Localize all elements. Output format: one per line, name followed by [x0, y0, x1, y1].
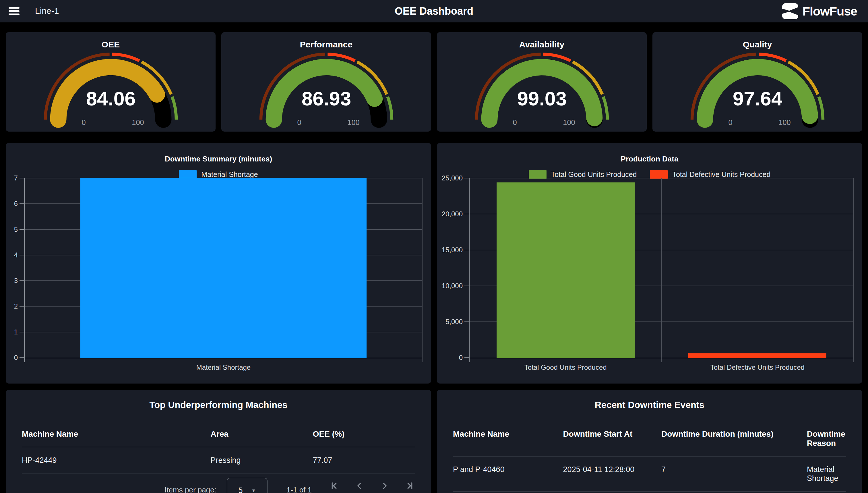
bar-total-good-units-produced	[497, 183, 635, 358]
y-tick	[20, 306, 24, 306]
y-tick-label: 2	[14, 302, 18, 310]
table-cell: HP-42449	[22, 456, 211, 465]
items-per-page-value: 5	[238, 486, 243, 493]
availability-gauge: 99.030100	[464, 40, 619, 130]
table-row: HP-42449Pressing77.07	[22, 456, 415, 465]
y-tick	[20, 332, 24, 333]
next-page-icon[interactable]	[380, 481, 390, 491]
y-tick-label: 5,000	[446, 318, 463, 326]
table-cell: Pressing	[211, 456, 313, 465]
gauge-card-availability: Availability99.030100	[437, 32, 647, 132]
gauge-zone-arc	[172, 97, 176, 120]
chart-row: Downtime Summary (minutes)Material Short…	[6, 143, 862, 384]
bar-total-defective-units-produced	[688, 353, 826, 358]
y-axis-line	[24, 178, 25, 362]
page-title: OEE Dashboard	[395, 5, 473, 17]
gauge-zone-arc	[819, 97, 823, 120]
gauge-min-label: 0	[728, 119, 732, 126]
quality-gauge: 97.640100	[680, 40, 835, 130]
chart-card-downtime-summary-minutes-: Downtime Summary (minutes)Material Short…	[6, 143, 431, 384]
x-category-label: Material Shortage	[196, 363, 251, 371]
gauge-max-label: 100	[778, 119, 791, 126]
brand-name: FlowFuse	[803, 4, 857, 18]
legend-label: Total Defective Units Produced	[672, 170, 770, 179]
app-header: Line-1 OEE Dashboard FlowFuse	[0, 0, 868, 22]
y-tick	[464, 285, 469, 286]
x-category-label: Total Defective Units Produced	[710, 363, 804, 371]
gauge-max-label: 100	[563, 119, 575, 126]
column-header: Downtime Duration (minutes)	[661, 429, 807, 448]
last-page-icon[interactable]	[405, 481, 415, 491]
y-tick-label: 0	[14, 353, 18, 362]
gauge-card-quality: Quality97.640100	[653, 32, 862, 132]
gauge-min-label: 0	[82, 119, 86, 126]
y-tick	[464, 178, 469, 178]
pagination-range: 1-1 of 1	[287, 486, 312, 493]
column-header: Downtime Reason	[807, 429, 846, 448]
y-tick-label: 25,000	[442, 174, 463, 182]
chart-plot-area: 05,00010,00015,00020,00025,000Total Good…	[470, 178, 853, 358]
y-tick-label: 0	[459, 353, 463, 362]
gauge-card-performance: Performance86.930100	[221, 32, 431, 132]
y-tick-label: 15,000	[442, 246, 463, 254]
chart-plot-area: 01234567Material Shortage	[25, 178, 422, 358]
legend-label: Total Good Units Produced	[551, 170, 637, 179]
gauge-max-label: 100	[132, 119, 144, 126]
items-per-page-select[interactable]: 5▼	[227, 478, 268, 493]
table-cell: Material Shortage	[807, 465, 846, 483]
x-axis-line	[470, 358, 853, 358]
table-cell: P and P-40460	[453, 465, 563, 483]
table-card-recent-downtime-events: Recent Downtime EventsMachine NameDownti…	[437, 390, 862, 493]
gauge-zone-arc	[603, 97, 607, 120]
chart-title: Production Data	[437, 154, 862, 164]
y-tick	[20, 358, 24, 358]
table-divider	[453, 456, 846, 456]
gauge-value: 97.64	[732, 88, 782, 110]
x-axis-line	[25, 358, 422, 358]
y-tick	[464, 250, 469, 250]
previous-page-icon[interactable]	[354, 481, 365, 491]
gauge-min-label: 0	[513, 119, 517, 126]
column-header: Downtime Start At	[563, 429, 662, 448]
table-divider	[22, 447, 415, 447]
y-axis-line	[469, 178, 470, 362]
y-tick-label: 5	[14, 226, 18, 234]
table-header-row: Machine NameAreaOEE (%)	[22, 429, 415, 439]
context-label: Line-1	[35, 6, 59, 16]
bar-material-shortage	[81, 178, 367, 358]
menu-icon[interactable]	[8, 7, 20, 16]
gauge-value: 84.06	[86, 88, 136, 110]
table-title: Top Underperforming Machines	[22, 390, 415, 411]
table-pagination: Items per page:5▼1-1 of 1	[453, 492, 846, 493]
y-tick-label: 1	[14, 328, 18, 336]
gauge-card-oee: OEE84.060100	[6, 32, 215, 132]
gauge-row: OEE84.060100Performance86.930100Availabi…	[6, 32, 862, 132]
pagination-icons	[329, 481, 415, 491]
y-tick-label: 3	[14, 277, 18, 285]
gauge-max-label: 100	[347, 119, 360, 126]
gauge-value: 86.93	[301, 88, 351, 110]
performance-gauge: 86.930100	[249, 40, 404, 130]
gauge-min-label: 0	[297, 119, 301, 126]
column-header: Machine Name	[453, 429, 563, 448]
y-tick	[464, 214, 469, 214]
y-tick	[20, 203, 24, 204]
items-per-page-label: Items per page:	[164, 486, 216, 493]
chevron-down-icon: ▼	[251, 488, 256, 493]
table-card-top-underperforming-machines: Top Underperforming MachinesMachine Name…	[6, 390, 431, 493]
table-row: Top Underperforming MachinesMachine Name…	[6, 390, 862, 493]
table-cell: 77.07	[313, 456, 415, 465]
y-tick	[20, 229, 24, 230]
table-title: Recent Downtime Events	[453, 390, 846, 411]
gauge-value: 99.03	[517, 88, 567, 110]
y-tick	[464, 321, 469, 322]
x-category-label: Total Good Units Produced	[524, 363, 607, 371]
column-header: Machine Name	[22, 429, 211, 439]
y-tick	[20, 280, 24, 281]
first-page-icon[interactable]	[329, 481, 339, 491]
oee-gauge: 84.060100	[33, 40, 188, 130]
gauge-zone-arc	[388, 97, 391, 120]
column-header: OEE (%)	[313, 429, 415, 439]
y-tick-label: 10,000	[442, 282, 463, 290]
legend-label: Material Shortage	[201, 170, 258, 179]
